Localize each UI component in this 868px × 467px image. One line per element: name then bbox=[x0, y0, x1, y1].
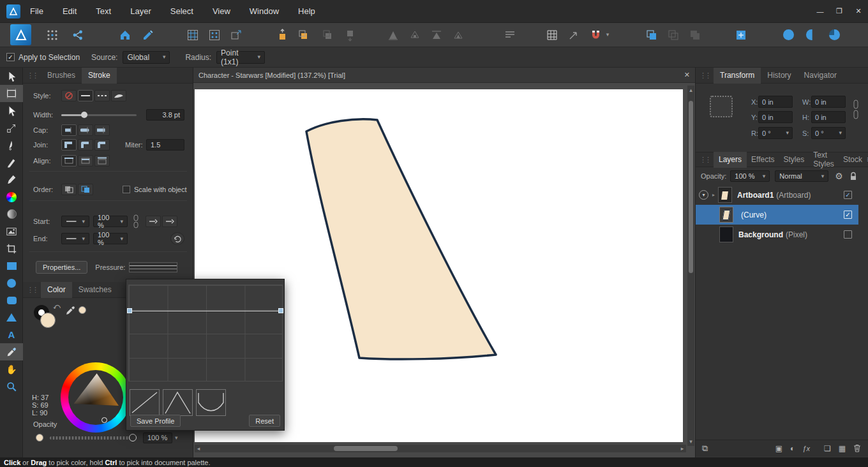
opacity-swatch[interactable] bbox=[36, 434, 43, 441]
color-dropper-icon[interactable] bbox=[65, 305, 75, 316]
swap-fill-stroke-icon[interactable]: ⤺ bbox=[53, 302, 61, 311]
blend-options-gear-icon[interactable]: ⚙ bbox=[835, 171, 843, 181]
lock-layer-icon[interactable] bbox=[849, 172, 857, 181]
move-backward-icon[interactable] bbox=[320, 27, 336, 43]
vector-crop-tool[interactable] bbox=[0, 240, 23, 257]
replace-selection-icon[interactable] bbox=[450, 27, 467, 43]
menu-window[interactable]: Window bbox=[240, 0, 288, 23]
move-tool[interactable] bbox=[0, 68, 23, 85]
stroke-style-none-button[interactable] bbox=[61, 90, 77, 101]
width-slider[interactable] bbox=[61, 114, 137, 116]
save-profile-button[interactable]: Save Profile bbox=[130, 415, 181, 427]
divide-icon[interactable] bbox=[665, 27, 682, 43]
edit-document-icon[interactable] bbox=[140, 27, 156, 43]
opacity-value-dropdown[interactable]: 100 % bbox=[143, 433, 172, 443]
profile-preset-linear[interactable] bbox=[130, 389, 160, 416]
s-input[interactable]: 0 °▾ bbox=[811, 127, 846, 139]
tab-transform[interactable]: Transform bbox=[714, 68, 761, 84]
end-style-dropdown[interactable]: ▾ bbox=[61, 233, 89, 244]
tab-swatches[interactable]: Swatches bbox=[72, 282, 118, 298]
panel-grip-icon[interactable]: ⋮⋮ bbox=[700, 156, 710, 164]
menu-edit[interactable]: Edit bbox=[53, 0, 86, 23]
cap-butt-button[interactable] bbox=[61, 124, 77, 136]
layer-thumbnail[interactable] bbox=[719, 226, 733, 242]
layers-stack-icon[interactable]: ⧉ bbox=[702, 443, 708, 454]
show-grid-icon[interactable] bbox=[544, 27, 560, 43]
tab-navigator[interactable]: Navigator bbox=[798, 68, 843, 84]
layer-thumbnail[interactable] bbox=[718, 187, 732, 203]
node-tool[interactable] bbox=[0, 102, 23, 119]
order-stroke-back-button[interactable] bbox=[78, 184, 93, 195]
source-dropdown[interactable]: Global▾ bbox=[123, 51, 170, 64]
sync-arrows-button[interactable] bbox=[170, 232, 184, 245]
snapping-candidates-icon[interactable] bbox=[206, 27, 223, 43]
blend-mode-dropdown[interactable]: Normal▾ bbox=[775, 170, 828, 182]
color-picker-tool[interactable] bbox=[0, 343, 23, 360]
artboard-tool[interactable] bbox=[0, 85, 23, 102]
panel-grip-icon[interactable]: ⋮⋮ bbox=[27, 286, 37, 294]
restore-button[interactable]: ❐ bbox=[830, 0, 849, 23]
ellipse-tool[interactable] bbox=[0, 274, 23, 292]
radius-dropdown[interactable]: Point (1x1)▾ bbox=[216, 51, 265, 64]
artboard-expand-icon[interactable]: ▾ bbox=[699, 190, 708, 200]
color-wheel[interactable] bbox=[61, 362, 131, 433]
minimize-button[interactable]: — bbox=[811, 0, 830, 23]
insert-on-top-icon[interactable] bbox=[428, 27, 445, 43]
scale-with-object-checkbox[interactable] bbox=[123, 186, 130, 193]
layer-thumbnail[interactable] bbox=[719, 207, 733, 223]
width-slider-thumb[interactable] bbox=[81, 112, 87, 118]
geometry-subtract-icon[interactable] bbox=[803, 27, 819, 43]
adjustment-layer-icon[interactable]: ◐ bbox=[790, 444, 795, 453]
reset-button[interactable]: Reset bbox=[249, 415, 280, 427]
insert-target-icon[interactable] bbox=[733, 27, 749, 43]
rounded-rectangle-tool[interactable] bbox=[0, 292, 23, 309]
tab-history[interactable]: History bbox=[761, 68, 797, 84]
w-input[interactable]: 0 in bbox=[811, 96, 846, 108]
stroke-style-solid-button[interactable] bbox=[78, 90, 93, 101]
triangle-tool[interactable] bbox=[0, 309, 23, 326]
snapping-transform-icon[interactable] bbox=[228, 27, 244, 43]
layer-visibility-checkbox[interactable]: ✓ bbox=[844, 191, 852, 199]
pressure-handle-right[interactable] bbox=[278, 308, 283, 313]
miter-input[interactable]: 1.5 bbox=[146, 139, 184, 151]
move-to-front-icon[interactable] bbox=[274, 27, 290, 43]
fill-tool[interactable] bbox=[0, 188, 23, 205]
tab-color[interactable]: Color bbox=[41, 282, 72, 298]
new-layer-icon[interactable]: ❏ bbox=[824, 444, 831, 453]
menu-file[interactable]: File bbox=[20, 0, 53, 23]
zoom-tool[interactable] bbox=[0, 378, 23, 395]
place-image-tool[interactable] bbox=[0, 223, 23, 240]
end-scale-dropdown[interactable]: 100 %▾ bbox=[93, 233, 128, 244]
geometry-add-icon[interactable] bbox=[780, 27, 797, 43]
pressure-graph[interactable] bbox=[129, 262, 177, 272]
vertical-scroll-thumb[interactable] bbox=[689, 101, 693, 273]
width-value-input[interactable]: 3.8 pt bbox=[146, 109, 184, 121]
transform-origin-icon[interactable] bbox=[565, 27, 582, 43]
opacity-slider-handle[interactable] bbox=[129, 434, 137, 441]
align-center-button[interactable] bbox=[61, 155, 77, 167]
tab-effects[interactable]: Effects bbox=[747, 152, 779, 168]
profile-preset-valley[interactable] bbox=[196, 389, 226, 416]
start-arrow-swap-button[interactable] bbox=[146, 216, 161, 227]
menu-layer[interactable]: Layer bbox=[121, 0, 161, 23]
align-inside-button[interactable] bbox=[78, 155, 93, 167]
start-style-dropdown[interactable]: ▾ bbox=[61, 216, 89, 227]
vertical-scrollbar[interactable]: ▴ ▾ bbox=[687, 85, 694, 446]
link-start-end-icon[interactable] bbox=[133, 214, 139, 229]
opacity-slider[interactable] bbox=[50, 436, 134, 440]
layer-visibility-checkbox[interactable] bbox=[844, 230, 852, 239]
menu-text[interactable]: Text bbox=[86, 0, 121, 23]
join-miter-button[interactable] bbox=[61, 139, 77, 151]
link-wh-icon[interactable] bbox=[853, 98, 859, 121]
snapping-options-caret-icon[interactable]: ▾ bbox=[604, 32, 611, 38]
magnet-snapping-icon[interactable] bbox=[587, 27, 604, 43]
pressure-curve-grid[interactable] bbox=[128, 285, 283, 382]
dropdown-caret-icon[interactable]: ▾ bbox=[175, 435, 178, 441]
properties-button[interactable]: Properties... bbox=[36, 261, 87, 274]
pen-tool[interactable] bbox=[0, 137, 23, 154]
align-outside-button[interactable] bbox=[94, 155, 110, 167]
layer-row-curve[interactable]: (Curve) ✓ bbox=[696, 205, 858, 225]
layer-row-artboard[interactable]: ▾ ▸ Artboard1 (Artboard) ✓ bbox=[696, 185, 858, 205]
join-bevel-button[interactable] bbox=[94, 139, 110, 151]
home-icon[interactable] bbox=[117, 27, 133, 43]
